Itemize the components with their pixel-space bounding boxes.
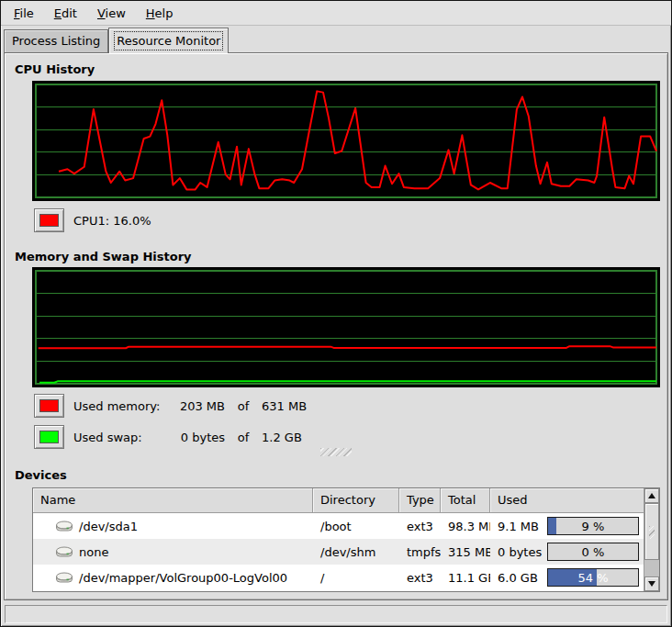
menu-file[interactable]: File — [6, 4, 41, 23]
table-row-dev-sda1[interactable]: /dev/sda1 /boot ext3 98.3 MB 9.1 MB 9 % — [33, 513, 644, 539]
scrollbar-track[interactable] — [644, 560, 659, 577]
cpu-color-swatch — [39, 214, 59, 227]
cpu-history-graph — [32, 81, 660, 201]
progress-percent-label: 54 % — [548, 569, 638, 586]
tab-resource-monitor[interactable]: Resource Monitor — [108, 28, 229, 53]
status-bar — [5, 605, 667, 623]
scroll-up-button[interactable] — [644, 488, 659, 503]
column-header-name[interactable]: Name — [33, 488, 313, 513]
cpu-legend-row: CPU1: 16.0% — [34, 208, 151, 232]
device-type: ext3 — [399, 571, 441, 585]
scroll-down-button[interactable] — [644, 577, 659, 591]
device-total: 11.1 GB — [441, 571, 490, 585]
swap-total-value: 1.2 GB — [262, 431, 302, 444]
thumb-grip-icon — [649, 526, 655, 539]
up-arrow-icon — [648, 493, 655, 498]
system-monitor-window: File Edit View Help Process Listing Reso… — [0, 0, 672, 627]
usage-progress-bar: 54 % — [547, 568, 639, 587]
device-type: tmpfs — [399, 545, 441, 559]
usage-progress-bar: 0 % — [547, 543, 639, 561]
column-header-total[interactable]: Total — [441, 488, 490, 513]
device-used: 0 bytes — [498, 545, 545, 559]
scrollbar-thumb[interactable] — [644, 503, 659, 560]
memory-legend-label: Used memory: — [73, 399, 168, 413]
memory-legend-row: Used memory: 203 MB of 631 MB — [34, 394, 307, 418]
memory-swap-graph — [32, 267, 660, 387]
resource-monitor-page: CPU History CPU1: 16.0% Memory and Swap … — [4, 52, 668, 600]
menu-bar: File Edit View Help — [1, 1, 671, 26]
device-directory: /dev/shm — [313, 545, 399, 559]
memory-total-value: 631 MB — [262, 399, 307, 413]
device-total: 98.3 MB — [441, 520, 490, 533]
table-row-volgroup[interactable]: /dev/mapper/VolGroup00-LogVol00 / ext3 1… — [33, 565, 644, 590]
cpu-history-chart — [36, 84, 656, 197]
column-header-directory[interactable]: Directory — [313, 488, 399, 513]
devices-table: Name Directory Type Total Used /dev/sda1 — [32, 487, 660, 592]
devices-title: Devices — [15, 468, 67, 482]
cpu-color-button[interactable] — [34, 208, 64, 232]
memory-swap-chart — [36, 271, 656, 384]
swap-legend-row: Used swap: 0 bytes of 1.2 GB — [34, 425, 302, 449]
swap-color-swatch — [39, 431, 59, 443]
progress-percent-label: 0 % — [548, 543, 638, 560]
usage-progress-bar: 9 % — [547, 517, 639, 535]
memory-color-swatch — [39, 399, 59, 412]
down-arrow-icon — [648, 581, 655, 587]
device-used: 9.1 MB — [498, 520, 545, 533]
device-directory: / — [313, 571, 399, 585]
device-used: 6.0 GB — [498, 571, 545, 585]
device-name: /dev/sda1 — [79, 520, 138, 533]
column-header-used[interactable]: Used — [490, 488, 644, 513]
swap-legend-label: Used swap: — [73, 431, 168, 444]
menu-edit[interactable]: Edit — [47, 4, 84, 23]
tab-process-listing[interactable]: Process Listing — [4, 29, 108, 52]
swap-used-value: 0 bytes — [168, 431, 225, 444]
progress-percent-label: 9 % — [548, 518, 638, 534]
memory-used-value: 203 MB — [168, 399, 225, 413]
swap-color-button[interactable] — [34, 425, 64, 449]
harddisk-icon — [55, 545, 73, 558]
tab-bar: Process Listing Resource Monitor — [1, 26, 671, 52]
cpu-history-title: CPU History — [15, 62, 95, 76]
device-directory: /boot — [313, 520, 399, 533]
memory-history-title: Memory and Swap History — [15, 250, 192, 263]
device-type: ext3 — [399, 520, 441, 533]
memory-color-button[interactable] — [34, 394, 64, 418]
memory-of-text: of — [225, 399, 262, 413]
devices-table-header: Name Directory Type Total Used — [33, 488, 644, 513]
device-name: /dev/mapper/VolGroup00-LogVol00 — [79, 571, 287, 585]
harddisk-icon — [55, 520, 73, 532]
device-total: 315 MB — [441, 545, 490, 559]
menu-help[interactable]: Help — [139, 4, 181, 23]
harddisk-icon — [55, 571, 73, 584]
swap-of-text: of — [225, 431, 262, 444]
pane-resize-grip[interactable] — [320, 448, 352, 456]
device-name: none — [79, 545, 108, 559]
column-header-type[interactable]: Type — [399, 488, 441, 513]
vertical-scrollbar[interactable] — [644, 488, 659, 591]
table-row-none[interactable]: none /dev/shm tmpfs 315 MB 0 bytes 0 % — [33, 539, 644, 565]
cpu-legend-label: CPU1: 16.0% — [73, 214, 151, 228]
menu-view[interactable]: View — [90, 4, 133, 23]
